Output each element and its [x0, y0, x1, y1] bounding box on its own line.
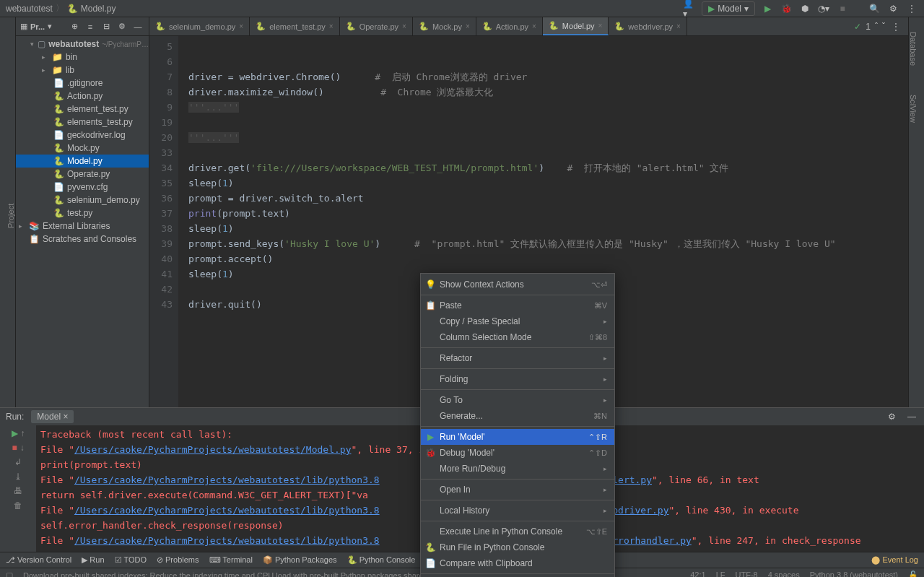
menu-debug[interactable]: 🐞Debug 'Model'⌃⇧D: [421, 445, 614, 461]
editor-tab[interactable]: 🐍Action.py×: [476, 17, 543, 35]
down-icon[interactable]: ↓: [20, 443, 25, 453]
menu-run-file-console[interactable]: 🐍Run File in Python Console: [421, 539, 614, 555]
debug-icon: 🐞: [425, 448, 435, 458]
tree-item[interactable]: 🐍elements_test.py: [16, 116, 149, 129]
search-everywhere-icon[interactable]: 🔍: [868, 2, 881, 15]
todo-tab[interactable]: ☑ TODO: [115, 555, 147, 565]
tree-item-selected[interactable]: 🐍Model.py: [16, 155, 149, 168]
breadcrumb-file[interactable]: Model.py: [81, 4, 116, 14]
breadcrumb-project[interactable]: webautotest: [6, 4, 53, 14]
hide-icon[interactable]: —: [131, 20, 144, 33]
expand-all-icon[interactable]: ≡: [84, 20, 97, 33]
sciview-tool-button[interactable]: SciView: [909, 80, 918, 123]
python-interpreter[interactable]: Python 3.8 (webautotest): [810, 571, 898, 577]
tree-item[interactable]: 📄pyvenv.cfg: [16, 181, 149, 194]
rerun-button[interactable]: ▶: [12, 428, 18, 438]
editor-tab[interactable]: 🐍selenium_demo.py×: [149, 17, 250, 35]
gear-icon[interactable]: ⚙: [885, 410, 898, 423]
more-icon[interactable]: ⋮: [905, 2, 918, 15]
more-icon[interactable]: ⋮: [889, 20, 902, 33]
hide-icon[interactable]: —: [905, 410, 918, 423]
checkmark-icon[interactable]: ✓: [854, 22, 861, 32]
lock-icon[interactable]: 🔓: [908, 571, 918, 577]
tree-item[interactable]: ▸📁bin: [16, 51, 149, 64]
close-icon[interactable]: ×: [329, 22, 334, 30]
soft-wrap-icon[interactable]: ↲: [14, 457, 22, 467]
user-icon[interactable]: 👤▾: [683, 2, 696, 15]
tree-item[interactable]: 📄.gitignore: [16, 77, 149, 90]
tree-item[interactable]: 🐍Mock.py: [16, 142, 149, 155]
menu-generate[interactable]: Generate...⌘N: [421, 408, 614, 424]
collapse-all-icon[interactable]: ⊟: [100, 20, 113, 33]
packages-tab[interactable]: 📦 Python Packages: [263, 555, 337, 565]
vcs-tab[interactable]: ⎇ Version Control: [6, 555, 71, 565]
menu-execute-line[interactable]: Execute Line in Python Console⌥⇧E: [421, 524, 614, 539]
tree-item-external[interactable]: ▸📚External Libraries: [16, 220, 149, 233]
close-icon[interactable]: ×: [676, 22, 681, 30]
close-icon[interactable]: ×: [598, 22, 603, 30]
editor-tab[interactable]: 🐍webdriver.py×: [609, 17, 687, 35]
line-separator[interactable]: LF: [716, 571, 725, 577]
debug-button[interactable]: 🐞: [780, 2, 793, 15]
file-encoding[interactable]: UTF-8: [736, 571, 758, 577]
run-tab[interactable]: ▶ Run: [82, 555, 104, 565]
stop-button[interactable]: ■: [12, 443, 17, 453]
menu-show-context-actions[interactable]: 💡Show Context Actions⌥⏎: [421, 277, 614, 292]
close-icon[interactable]: ×: [239, 22, 243, 30]
close-icon[interactable]: ×: [532, 22, 536, 30]
menu-column-selection[interactable]: Column Selection Mode⇧⌘8: [421, 329, 614, 345]
menu-refactor[interactable]: Refactor▸: [421, 350, 614, 366]
menu-folding[interactable]: Folding▸: [421, 371, 614, 387]
locate-icon[interactable]: ⊕: [68, 20, 81, 33]
menu-paste[interactable]: 📋Paste⌘V: [421, 298, 614, 313]
menu-compare-clipboard[interactable]: 📄Compare with Clipboard: [421, 555, 614, 571]
database-tool-button[interactable]: Database: [909, 17, 918, 66]
menu-copy-paste-special[interactable]: Copy / Paste Special▸: [421, 313, 614, 329]
chevron-down-icon[interactable]: ˇ: [882, 22, 885, 32]
clear-icon[interactable]: 🗑: [14, 500, 22, 511]
tree-root[interactable]: ▾ ▢ webautotest ~/PycharmP…: [16, 38, 149, 51]
tool-window-icon[interactable]: ▢: [6, 571, 13, 577]
run-panel-config-tab[interactable]: Model ×: [31, 410, 74, 423]
editor-tab-active[interactable]: 🐍Model.py×: [543, 17, 609, 35]
up-icon[interactable]: ↑: [21, 428, 25, 438]
console-tab[interactable]: 🐍 Python Console: [347, 555, 416, 565]
terminal-tab[interactable]: ⌨ Terminal: [209, 555, 253, 565]
cursor-position[interactable]: 42:1: [690, 571, 705, 577]
run-button[interactable]: ▶: [761, 2, 774, 15]
close-icon[interactable]: ×: [402, 22, 406, 30]
scroll-to-end-icon[interactable]: ⤓: [14, 472, 22, 482]
chevron-up-icon[interactable]: ˆ: [875, 22, 878, 32]
chevron-down-icon[interactable]: ▾: [48, 22, 52, 31]
editor-tab[interactable]: 🐍element_test.py×: [250, 17, 340, 35]
tree-item[interactable]: 🐍Action.py: [16, 90, 149, 103]
editor-tab[interactable]: 🐍Operate.py×: [340, 17, 413, 35]
menu-open-in[interactable]: Open In▸: [421, 482, 614, 498]
indent-settings[interactable]: 4 spaces: [768, 571, 800, 577]
project-tool-button[interactable]: Project: [6, 25, 15, 407]
coverage-button[interactable]: ⬢: [798, 2, 811, 15]
menu-more-run-debug[interactable]: More Run/Debug▸: [421, 461, 614, 477]
editor-tab[interactable]: 🐍Mock.py×: [413, 17, 476, 35]
profile-button[interactable]: ◔▾: [817, 2, 830, 15]
close-icon[interactable]: ×: [63, 412, 68, 422]
tree-item[interactable]: 🐍selenium_demo.py: [16, 194, 149, 207]
tree-item[interactable]: 🐍Operate.py: [16, 168, 149, 181]
menu-local-history[interactable]: Local History▸: [421, 503, 614, 519]
gear-icon[interactable]: ⚙: [116, 20, 128, 33]
tree-item[interactable]: 📄geckodriver.log: [16, 129, 149, 142]
tree-item[interactable]: ▸📁lib: [16, 64, 149, 77]
menu-goto[interactable]: Go To▸: [421, 392, 614, 408]
event-log-tab[interactable]: ⬤ Event Log: [871, 555, 918, 565]
print-icon[interactable]: 🖶: [14, 486, 22, 496]
tree-item-scratches[interactable]: 📋Scratches and Consoles: [16, 233, 149, 246]
stop-button[interactable]: ■: [836, 2, 849, 15]
problems-tab[interactable]: ⊘ Problems: [157, 555, 199, 565]
close-icon[interactable]: ×: [466, 22, 470, 30]
settings-icon[interactable]: ⚙: [886, 2, 899, 15]
tree-item[interactable]: 🐍element_test.py: [16, 103, 149, 116]
project-panel-title[interactable]: Pr...: [30, 22, 45, 31]
menu-run[interactable]: ▶Run 'Model'⌃⇧R: [421, 429, 614, 445]
run-config-selector[interactable]: ▶ Model ▾: [702, 1, 755, 16]
tree-item[interactable]: 🐍test.py: [16, 207, 149, 220]
